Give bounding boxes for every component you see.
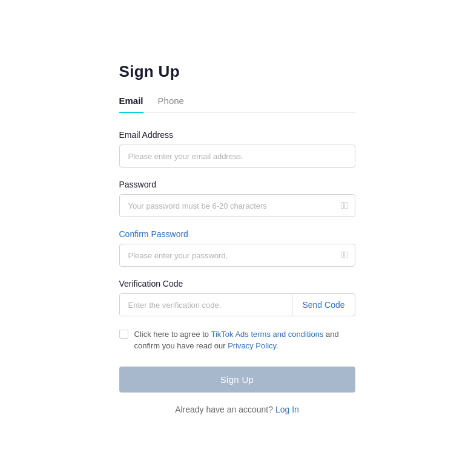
terms-text-before: Click here to agree to <box>134 330 211 339</box>
verification-input-wrapper: Send Code <box>119 293 355 316</box>
terms-row: Click here to agree to TikTok Ads terms … <box>119 328 355 352</box>
tab-bar: Email Phone <box>119 96 355 113</box>
login-link[interactable]: Log In <box>275 405 299 414</box>
page-title: Sign Up <box>119 62 355 81</box>
terms-text: Click here to agree to TikTok Ads terms … <box>134 328 355 352</box>
verification-input[interactable] <box>120 294 292 316</box>
signup-form: Sign Up Email Phone Email Address Passwo… <box>107 38 367 439</box>
verification-label: Verification Code <box>119 279 355 289</box>
password-field-group: Password 👁̸ <box>119 180 355 217</box>
email-field-group: Email Address <box>119 130 355 168</box>
email-input-wrapper <box>119 145 355 168</box>
terms-text-after: . <box>276 341 278 350</box>
password-input[interactable] <box>119 194 355 217</box>
terms-link[interactable]: TikTok Ads terms and conditions <box>211 330 323 339</box>
confirm-password-field-group: Confirm Password 👁̸ <box>119 229 355 267</box>
email-input[interactable] <box>119 145 355 168</box>
confirm-password-input[interactable] <box>119 244 355 267</box>
terms-checkbox[interactable] <box>119 330 128 339</box>
confirm-password-toggle-icon[interactable]: 👁̸ <box>341 250 348 261</box>
login-row: Already have an account? Log In <box>119 405 355 414</box>
confirm-password-label: Confirm Password <box>119 229 355 239</box>
login-prompt-text: Already have an account? <box>175 405 273 414</box>
password-input-wrapper: 👁̸ <box>119 194 355 217</box>
email-label: Email Address <box>119 130 355 140</box>
password-label: Password <box>119 180 355 189</box>
tab-email[interactable]: Email <box>119 96 143 113</box>
signup-button[interactable]: Sign Up <box>119 367 355 393</box>
send-code-button[interactable]: Send Code <box>292 294 354 316</box>
confirm-password-input-wrapper: 👁̸ <box>119 244 355 267</box>
privacy-link[interactable]: Privacy Policy <box>228 341 276 350</box>
verification-field-group: Verification Code Send Code <box>119 279 355 316</box>
password-toggle-icon[interactable]: 👁̸ <box>341 200 348 211</box>
tab-phone[interactable]: Phone <box>158 96 184 113</box>
